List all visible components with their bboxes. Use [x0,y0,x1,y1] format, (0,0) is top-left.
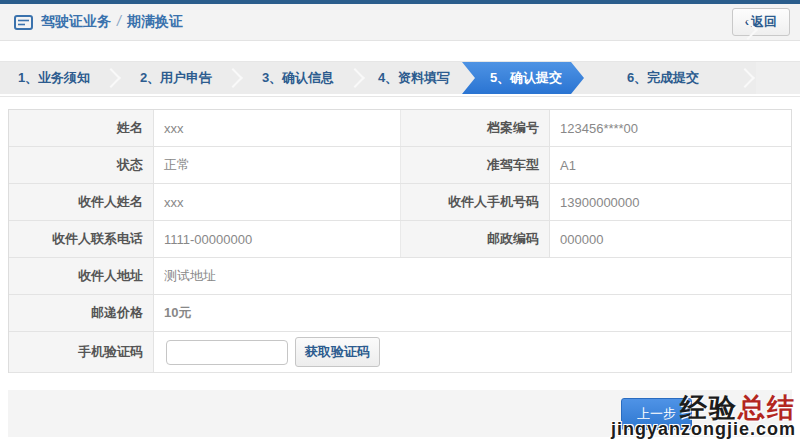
step-separator-icon [352,62,366,94]
breadcrumb-current: 期满换证 [127,13,183,29]
mail-price-value: 10元 [154,295,791,331]
vehicle-type-value: A1 [550,147,791,183]
step-separator-icon [108,62,122,94]
file-number-label: 档案编号 [401,110,550,146]
footer-bar: 上一步 [8,390,792,437]
previous-step-button[interactable]: 上一步 [621,398,692,430]
sms-code-input[interactable] [166,340,288,365]
license-card-icon [14,15,33,30]
sms-code-label: 手机验证码 [9,332,154,372]
status-label: 状态 [9,147,154,183]
contact-phone-label: 收件人联系电话 [9,221,154,257]
step-6-finish-submit[interactable]: 6、完成提交 [584,62,742,94]
vehicle-type-label: 准驾车型 [401,147,550,183]
step-separator-icon [742,62,756,94]
divider [0,96,800,97]
table-row-price: 邮递价格 10元 [9,295,791,332]
step-3-confirm-info[interactable]: 3、确认信息 [244,62,352,94]
table-row-contact-postcode: 收件人联系电话 1111-00000000 邮政编码 000000 [9,221,791,258]
postcode-value: 000000 [550,221,791,257]
step-5-confirm-submit-active[interactable]: 5、确认提交 [462,62,584,94]
breadcrumb-section: 驾驶证业务 [41,13,111,29]
table-row-status-vehicletype: 状态 正常 准驾车型 A1 [9,147,791,184]
name-label: 姓名 [9,110,154,146]
address-label: 收件人地址 [9,258,154,294]
confirmation-table: 姓名 xxx 档案编号 123456****00 状态 正常 准驾车型 A1 收… [8,109,792,373]
recipient-mobile-label: 收件人手机号码 [401,184,550,220]
table-row-recipient-phone: 收件人姓名 xxx 收件人手机号码 13900000000 [9,184,791,221]
back-button[interactable]: ‹返回 [732,8,790,36]
contact-phone-value: 1111-00000000 [154,221,401,257]
name-value: xxx [154,110,401,146]
step-2-user-declaration[interactable]: 2、用户申告 [122,62,230,94]
get-code-button[interactable]: 获取验证码 [295,337,380,367]
recipient-mobile-value: 13900000000 [550,184,791,220]
step-separator-icon [230,62,244,94]
status-value: 正常 [154,147,401,183]
step-4-fill-materials[interactable]: 4、资料填写 [366,62,462,94]
wizard-steps: 1、业务须知 2、用户申告 3、确认信息 4、资料填写 5、确认提交 6、完成提… [0,61,800,94]
mail-price-label: 邮递价格 [9,295,154,331]
steps-filler [756,62,800,94]
breadcrumb-separator: / [117,13,121,29]
file-number-value: 123456****00 [550,110,791,146]
postcode-label: 邮政编码 [401,221,550,257]
page-header: 驾驶证业务/期满换证 ‹返回 [0,4,800,41]
step-1-business-notice[interactable]: 1、业务须知 [0,62,108,94]
recipient-name-label: 收件人姓名 [9,184,154,220]
breadcrumb: 驾驶证业务/期满换证 [41,13,183,31]
sms-code-cell: 获取验证码 [154,332,791,372]
table-row-name-filenumber: 姓名 xxx 档案编号 123456****00 [9,110,791,147]
back-chevron-icon: ‹ [745,14,749,29]
address-value: 测试地址 [154,258,791,294]
table-row-address: 收件人地址 测试地址 [9,258,791,295]
table-row-sms-code: 手机验证码 获取验证码 [9,332,791,373]
recipient-name-value: xxx [154,184,401,220]
